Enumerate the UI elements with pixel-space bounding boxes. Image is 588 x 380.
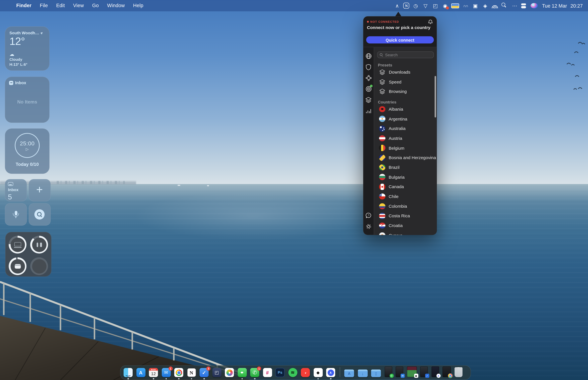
control-center-menu-icon[interactable] <box>521 3 528 8</box>
menu-view[interactable]: View <box>69 0 88 11</box>
menu-window[interactable]: Window <box>103 0 129 11</box>
siri-menu-icon[interactable] <box>531 3 538 8</box>
dock-mail[interactable]: ✉ 1 <box>162 368 171 377</box>
menu-file[interactable]: File <box>36 0 52 11</box>
display-menu-icon[interactable] <box>452 3 459 8</box>
dock-app-glyph: 12 <box>151 372 156 376</box>
settings-gear-icon[interactable] <box>363 221 374 232</box>
weather-temperature: 12° <box>9 36 45 48</box>
menu-help[interactable]: Help <box>129 0 148 11</box>
menu-edit[interactable]: Edit <box>52 0 69 11</box>
country-label: Canada <box>389 185 404 189</box>
dock-app-glyph: ✉ <box>164 370 168 375</box>
shortcuts-menu-icon[interactable]: ◈ <box>482 1 489 10</box>
cleanshot-menu-icon[interactable]: ▽ <box>422 1 429 10</box>
dock-app-store[interactable]: A <box>136 368 145 377</box>
country-cyprus[interactable]: Cyprus <box>374 230 437 235</box>
dock-things[interactable]: ✓ 3 <box>199 368 209 377</box>
wifi-menu-icon[interactable] <box>492 4 499 8</box>
dock-slack[interactable]: # <box>263 368 272 377</box>
dock-spotify[interactable]: ≋ <box>288 368 297 377</box>
help-icon[interactable]: ? <box>363 210 374 221</box>
dock: ‿ A 12 MAR <box>120 365 471 380</box>
country-argentina[interactable]: Argentina <box>374 114 437 124</box>
connection-status: NOT CONNECTED <box>367 20 434 23</box>
dock-messages[interactable]: ● <box>238 368 247 377</box>
country-colombia[interactable]: Colombia <box>374 201 437 211</box>
remote-menu-icon[interactable]: ▣ <box>472 1 479 10</box>
dock-mac-iptv[interactable]: ◆ <box>313 368 322 377</box>
statistics-icon[interactable] <box>363 105 374 116</box>
dock-whatsapp[interactable]: ✆ 1 <box>250 368 259 377</box>
dock-notion[interactable]: N <box>187 368 196 377</box>
shortcut-search-tile[interactable] <box>29 203 51 225</box>
dock-running-indicator <box>317 378 319 379</box>
preset-speed[interactable]: Speed <box>374 77 437 87</box>
menu-finder[interactable]: Finder <box>12 0 36 11</box>
country-chile[interactable]: Chile <box>374 192 437 201</box>
country-albania[interactable]: Albania <box>374 104 437 114</box>
notion-menu-icon[interactable]: N <box>403 2 409 9</box>
stage-manager-menu-icon[interactable]: ◰ <box>432 1 439 10</box>
shortcut-add-tile[interactable]: + <box>29 179 51 201</box>
timer-progress-label: Today 0/10 <box>16 162 39 167</box>
pocket-casts-menu-icon[interactable]: ◉ <box>442 1 449 10</box>
dock-photoshop[interactable]: Ps <box>276 368 285 377</box>
dock-chrome[interactable] <box>174 368 183 377</box>
preset-downloads[interactable]: Downloads <box>374 67 437 77</box>
dock-applications-folder[interactable]: A <box>344 370 354 377</box>
shortcut-dictation-tile[interactable] <box>5 203 27 225</box>
time-machine-menu-icon[interactable]: ◷ <box>412 1 419 10</box>
country-croatia[interactable]: Croatia <box>374 221 437 230</box>
scrollbar-thumb[interactable] <box>435 76 436 117</box>
notifications-bell-icon[interactable] <box>428 19 433 25</box>
preset-browsing[interactable]: Browsing <box>374 87 437 96</box>
search-input[interactable] <box>384 52 431 57</box>
menu-bar-clock[interactable]: Tue 12 Mar 20:27 <box>542 3 583 9</box>
shortcut-inbox-tile[interactable]: Inbox 5 <box>5 179 27 201</box>
dock-calendar[interactable]: 12 MAR <box>149 368 158 377</box>
country-belgium[interactable]: Belgium <box>374 143 437 153</box>
popup-arrow <box>395 12 401 16</box>
dock-nordvpn[interactable]: ∧ <box>326 368 335 377</box>
dock-photos[interactable] <box>225 368 234 377</box>
country-canada[interactable]: Canada <box>374 182 437 192</box>
country-australia[interactable]: Australia <box>374 124 437 133</box>
dock-finder[interactable]: ‿ <box>124 368 133 377</box>
threat-protection-shield-icon[interactable] <box>363 62 374 73</box>
country-costa-rica[interactable]: Costa Rica <box>374 211 437 221</box>
dock-window-chrome[interactable] <box>443 366 451 377</box>
airpods-menu-icon[interactable]: ∩∩ <box>462 1 469 10</box>
things-inbox-widget[interactable]: Inbox No Items <box>5 77 50 123</box>
countries-globe-icon[interactable] <box>363 51 374 62</box>
dock-window-whatsapp[interactable]: ✆ <box>384 366 392 377</box>
country-brazil[interactable]: Brazil <box>374 163 437 172</box>
quick-connect-button[interactable]: Quick connect <box>366 36 434 43</box>
presets-layers-icon[interactable] <box>363 95 374 106</box>
more-menu-icon[interactable]: ⋯ <box>511 1 518 10</box>
spotlight-menu-icon[interactable] <box>501 1 508 10</box>
dock-downloads-folder[interactable]: ↓ <box>358 370 367 377</box>
country-austria[interactable]: Austria <box>374 133 437 143</box>
dock-window-things[interactable]: ✓ <box>420 366 428 377</box>
dark-web-monitor-icon[interactable] <box>363 83 374 95</box>
dock-window-nordvpn[interactable]: ∧ <box>431 366 439 377</box>
timer-play-button[interactable]: ▷ <box>26 147 29 151</box>
dock-documents-folder[interactable]: ▯ <box>371 370 381 377</box>
search-field[interactable] <box>377 51 434 58</box>
country-bulgaria[interactable]: Bulgaria <box>374 172 437 182</box>
country-bosnia-and-herzegovina[interactable]: Bosnia and Herzegovina <box>374 153 437 163</box>
dock-frame-app[interactable]: ◰ <box>212 368 221 377</box>
nordvpn-menu-icon[interactable]: ∧ <box>394 1 401 10</box>
menu-go[interactable]: Go <box>88 0 103 11</box>
dock-trash[interactable] <box>455 367 462 377</box>
inbox-widget-icon <box>9 81 13 85</box>
pomodoro-timer-widget[interactable]: 25:00 ▷ Today 0/10 <box>5 129 50 174</box>
weather-widget[interactable]: South Woodh…➤ 12° ☁ Cloudy H:13° L:6° <box>5 26 50 71</box>
batteries-widget[interactable] <box>5 232 51 277</box>
dock-pocket-casts[interactable]: ◔ <box>301 368 310 377</box>
dock-window-mail[interactable]: ✉ <box>396 366 403 377</box>
dock-window-iptv[interactable]: ◆ <box>407 366 417 377</box>
country-label: Albania <box>389 107 403 112</box>
meshnet-icon[interactable] <box>363 73 374 83</box>
